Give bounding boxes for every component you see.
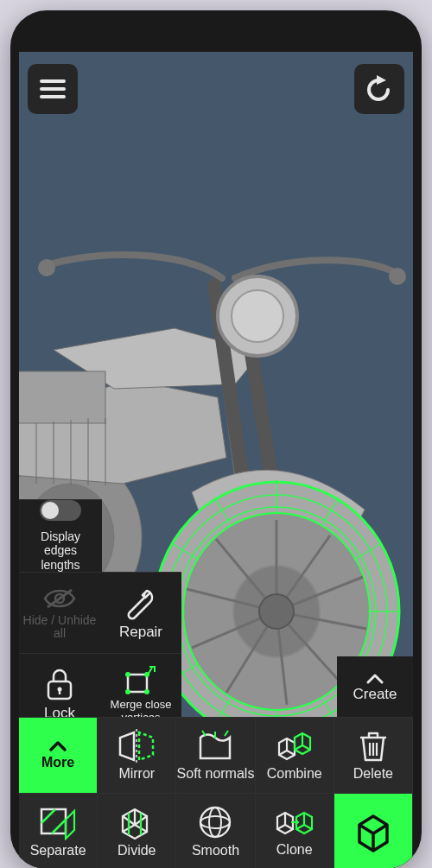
menu-button[interactable] [28, 64, 78, 114]
tool-divide[interactable]: Divide [98, 793, 176, 868]
undo-icon [365, 74, 394, 104]
chevron-up-icon [48, 740, 67, 752]
repair-button[interactable]: Repair [100, 572, 181, 653]
hamburger-icon [40, 79, 66, 99]
wrench-icon [124, 586, 158, 620]
tool-separate-label: Separate [30, 844, 86, 858]
create-label: Create [353, 686, 397, 703]
lock-icon [44, 667, 75, 701]
merge-vertices-icon [124, 664, 158, 695]
svg-point-45 [259, 594, 294, 629]
display-edges-label: Display edges lengths [24, 529, 97, 571]
tool-soft-normals-label: Soft normals [177, 767, 255, 782]
undo-button[interactable] [354, 64, 404, 114]
repair-label: Repair [119, 624, 162, 641]
svg-rect-54 [128, 675, 147, 692]
trash-icon [358, 729, 389, 763]
tool-mirror-label: Mirror [118, 767, 155, 782]
svg-point-52 [58, 687, 62, 691]
tool-combine-label: Combine [267, 767, 322, 782]
tool-separate[interactable]: Separate [19, 793, 98, 868]
combine-icon [275, 729, 314, 763]
tool-delete-label: Delete [353, 767, 393, 782]
tool-object-mode[interactable] [334, 793, 413, 868]
tool-clone-label: Clone [276, 843, 313, 858]
phone-frame: Display edges lengths Hide / Unhide all … [10, 10, 422, 868]
app-screen: Display edges lengths Hide / Unhide all … [19, 52, 413, 868]
top-bar [19, 52, 413, 116]
svg-rect-63 [41, 809, 66, 833]
tool-delete[interactable]: Delete [334, 717, 413, 793]
toggle-switch-icon [40, 500, 81, 521]
tool-soft-normals[interactable]: Soft normals [176, 717, 255, 793]
tool-mirror[interactable]: Mirror [98, 717, 176, 793]
separate-icon [38, 804, 78, 840]
svg-point-58 [125, 689, 130, 694]
svg-point-15 [232, 290, 283, 342]
tool-smooth-label: Smooth [192, 844, 239, 858]
svg-point-12 [38, 259, 55, 276]
svg-point-68 [209, 808, 221, 837]
tool-smooth[interactable]: Smooth [176, 793, 255, 868]
display-edges-toggle[interactable]: Display edges lengths [19, 499, 102, 572]
svg-point-67 [200, 816, 230, 828]
tool-grid: More Mirror Soft normals Combine Delete [19, 717, 413, 868]
tool-more-label: More [41, 756, 74, 770]
svg-rect-2 [19, 371, 105, 423]
svg-point-57 [144, 689, 149, 694]
hide-unhide-button[interactable]: Hide / Unhide all [19, 572, 100, 653]
smooth-icon [197, 804, 233, 840]
soft-normals-icon [195, 729, 235, 763]
hide-unhide-label: Hide / Unhide all [19, 614, 100, 639]
svg-point-55 [125, 672, 130, 677]
mirror-icon [117, 729, 156, 763]
create-button[interactable]: Create [337, 656, 413, 720]
chevron-up-icon [366, 674, 384, 684]
svg-point-13 [389, 268, 406, 285]
divide-icon [118, 804, 156, 840]
tool-more[interactable]: More [19, 717, 98, 793]
tool-divide-label: Divide [118, 844, 156, 858]
tool-clone[interactable]: Clone [256, 793, 334, 868]
clone-icon [274, 805, 315, 839]
eye-off-icon [42, 586, 77, 611]
cube-outline-icon [351, 809, 396, 854]
left-panel: Display edges lengths Hide / Unhide all … [19, 499, 181, 734]
tool-combine[interactable]: Combine [256, 717, 334, 793]
svg-point-66 [200, 808, 230, 837]
